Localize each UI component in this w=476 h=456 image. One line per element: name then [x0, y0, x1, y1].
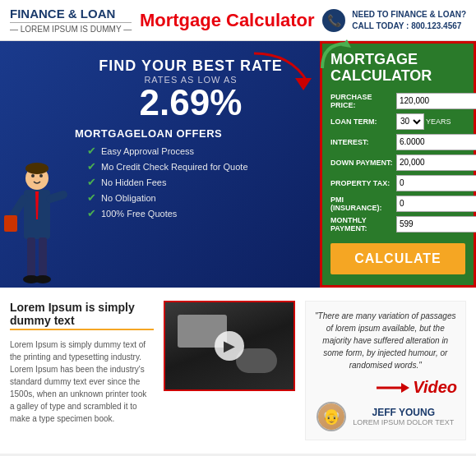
phone-icon: 📞 — [322, 9, 345, 32]
calc-form: PURCHASE PRICE: LOAN TERM: 302015 YEARS … — [330, 93, 465, 233]
loan-term-select[interactable]: 302015 — [396, 113, 424, 130]
svg-rect-7 — [39, 237, 47, 279]
red-arrow-icon — [377, 380, 409, 396]
brand-sub: — LOREM IPSUM IS DUMMY — — [10, 22, 132, 34]
loan-term-field: 302015 YEARS — [396, 113, 465, 130]
property-tax-label: PROPERTY TAX: — [330, 179, 396, 187]
person-info: 👴 JEFF YOUNG LOREM IPSUM DOLOR TEXT — [314, 402, 458, 431]
arrow-to-calc — [250, 49, 316, 93]
quote-text: "There are many variation of passages of… — [314, 310, 458, 371]
main-top-section: FIND YOUR BEST RATE RATES AS LOW AS 2.69… — [0, 41, 476, 288]
svg-marker-13 — [295, 78, 312, 90]
pmi-row: PMI (INSURANCE): PER YEAR — [330, 196, 465, 212]
svg-point-12 — [25, 163, 49, 174]
list-item: ✔No Hidden Fees — [87, 176, 307, 188]
purchase-price-label: PURCHASE PRICE: — [330, 93, 396, 109]
pmi-input[interactable] — [396, 196, 476, 212]
contact-cta: CALL TODAY : 800.123.4567 — [352, 21, 466, 32]
property-tax-row: PROPERTY TAX: PER YEAR — [330, 175, 465, 191]
avatar-image: 👴 — [318, 403, 344, 430]
check-icon: ✔ — [87, 207, 96, 219]
check-icon: ✔ — [87, 160, 96, 173]
monthly-payment-row: MONTHLY PAYMENT: — [330, 216, 465, 233]
monthly-payment-input[interactable] — [396, 216, 476, 233]
years-label: YEARS — [426, 117, 451, 126]
calculator-section: MORTGAGE CALCULATOR PURCHASE PRICE: LOAN… — [320, 41, 476, 288]
down-payment-row: DOWN PAYMENT: — [330, 154, 465, 171]
purchase-price-row: PURCHASE PRICE: — [330, 93, 465, 109]
loan-term-label: LOAN TERM: — [330, 117, 396, 126]
offer-list: ✔Easy Approval Process ✔Mo Credit Check … — [87, 145, 307, 219]
person-subtitle: LOREM IPSUM DOLOR TEXT — [353, 418, 454, 426]
lorem-title: Lorem Ipsum is simply dummy text — [10, 301, 154, 330]
interest-input[interactable] — [396, 134, 476, 150]
check-icon: ✔ — [87, 191, 96, 204]
contact-info: NEED TO FINANCE & LOAN? CALL TODAY : 800… — [352, 9, 466, 32]
person-details: JEFF YOUNG LOREM IPSUM DOLOR TEXT — [353, 407, 454, 426]
list-item: ✔100% Free Quotes — [87, 207, 307, 219]
pmi-label: PMI (INSURANCE): — [330, 196, 396, 212]
svg-rect-6 — [27, 237, 35, 279]
check-icon: ✔ — [87, 145, 96, 157]
brand-section: FINANCE & LOAN — LOREM IPSUM IS DUMMY — — [10, 7, 132, 34]
person-avatar: 👴 — [317, 402, 346, 431]
bottom-section: Lorem Ipsum is simply dummy text Lorem I… — [0, 288, 476, 454]
video-section: ▶ — [164, 301, 295, 440]
header: FINANCE & LOAN — LOREM IPSUM IS DUMMY — … — [0, 0, 476, 41]
svg-point-11 — [39, 174, 43, 177]
list-item: ✔Easy Approval Process — [87, 145, 307, 157]
play-button[interactable]: ▶ — [215, 331, 244, 361]
svg-point-10 — [31, 174, 35, 177]
check-icon: ✔ — [87, 176, 96, 188]
curved-arrow-icon — [318, 39, 351, 75]
video-label-area: Video — [377, 378, 457, 397]
video-thumbnail[interactable]: ▶ — [164, 301, 295, 391]
list-item: ✔Mo Credit Check Required for Quote — [87, 160, 307, 173]
contact-need: NEED TO FINANCE & LOAN? — [352, 9, 466, 21]
quote-section: "There are many variation of passages of… — [305, 301, 467, 440]
offers-title: MORTGAGELOAN OFFERS — [75, 127, 307, 140]
monthly-payment-label: MONTHLY PAYMENT: — [330, 216, 396, 233]
pmi-field: PER YEAR — [396, 196, 476, 212]
svg-line-4 — [50, 195, 63, 199]
page-title: Mortgage Calculator — [140, 10, 315, 31]
video-arrow-area: Video — [314, 378, 458, 397]
brand-name: FINANCE & LOAN — [10, 7, 132, 21]
loan-term-row: LOAN TERM: 302015 YEARS — [330, 113, 465, 130]
svg-rect-5 — [4, 215, 17, 232]
down-payment-label: DOWN PAYMENT: — [330, 159, 396, 167]
contact-section: 📞 NEED TO FINANCE & LOAN? CALL TODAY : 8… — [322, 9, 466, 32]
lorem-section: Lorem Ipsum is simply dummy text Lorem I… — [10, 301, 154, 440]
interest-field: % — [396, 134, 476, 150]
promo-section: FIND YOUR BEST RATE RATES AS LOW AS 2.69… — [0, 41, 320, 288]
interest-row: INTEREST: % — [330, 134, 465, 150]
down-payment-input[interactable] — [396, 154, 476, 171]
lorem-body: Lorem Ipsum is simply dummy text of the … — [10, 339, 154, 425]
calculate-button[interactable]: CALCULATE — [330, 243, 465, 274]
video-label: Video — [413, 378, 457, 397]
property-tax-input[interactable] — [396, 175, 476, 191]
property-tax-field: PER YEAR — [396, 175, 476, 191]
list-item: ✔No Obligation — [87, 191, 307, 204]
interest-label: INTEREST: — [330, 138, 396, 146]
svg-marker-16 — [401, 383, 409, 393]
person-name: JEFF YOUNG — [353, 407, 454, 418]
svg-point-9 — [35, 275, 51, 283]
person-figure — [4, 162, 70, 288]
purchase-price-input[interactable] — [396, 93, 476, 109]
